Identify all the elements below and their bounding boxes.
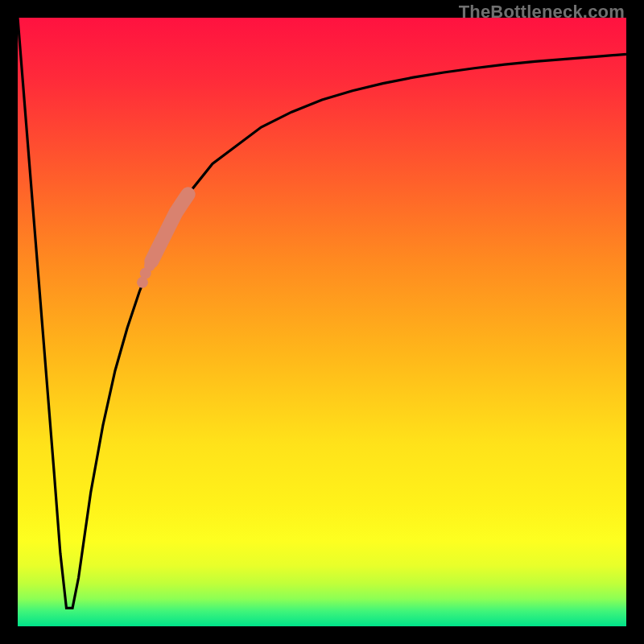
bottleneck-curve [18,18,626,608]
watermark-text: TheBottleneck.com [459,2,625,23]
marker-band [151,194,188,261]
curve-layer [18,18,626,626]
plot-area [18,18,626,626]
marker-dots [137,260,155,288]
chart-stage: TheBottleneck.com [0,0,644,644]
marker-dot [144,260,155,271]
